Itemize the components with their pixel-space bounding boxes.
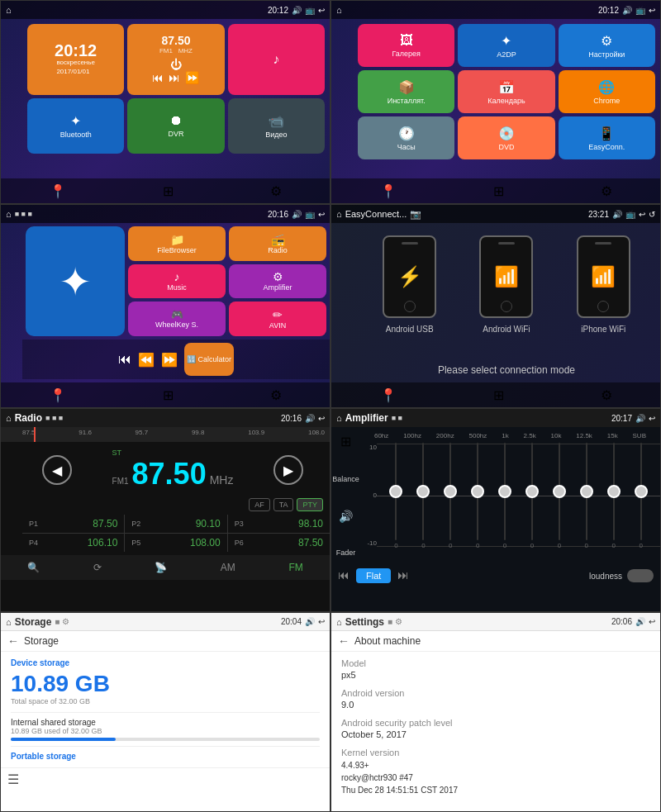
amplifier-tile-bt[interactable]: ⚙ Amplifier: [229, 264, 326, 299]
wheelkey-tile[interactable]: 🎮 WheelKey S.: [128, 302, 226, 336]
easyconnect-app[interactable]: 📱 EasyConn.: [559, 116, 655, 159]
eq-handle-12k5[interactable]: [580, 485, 593, 498]
eq-slider-60hz[interactable]: [383, 443, 409, 540]
af-badge[interactable]: AF: [249, 498, 270, 511]
ta-badge[interactable]: TA: [273, 498, 294, 511]
eq-slider-1k[interactable]: [492, 443, 518, 540]
dvd-app[interactable]: 💿 DVD: [458, 116, 554, 159]
preset-p2[interactable]: P2 90.10: [125, 515, 226, 533]
prev-btn-2[interactable]: ⏪: [138, 352, 155, 368]
nav-sliders-icon2[interactable]: ⊞: [493, 183, 504, 199]
eq-handle-15k[interactable]: [607, 485, 621, 498]
radio-fm-btn[interactable]: FM: [288, 562, 302, 573]
eq-slider-200hz[interactable]: [438, 443, 464, 540]
nav-location-icon3[interactable]: 📍: [50, 387, 66, 403]
clock-app[interactable]: 🕐 Часы: [358, 116, 454, 159]
eq-handle-500hz[interactable]: [471, 485, 484, 498]
back-icon-cell5[interactable]: ↩: [318, 414, 325, 423]
nav-location-icon4[interactable]: 📍: [380, 387, 397, 403]
media-power-btn[interactable]: ⏻: [170, 58, 182, 71]
bluetooth-tile[interactable]: ✦ Bluetooth: [27, 98, 124, 154]
dvr-tile[interactable]: ⏺ DVR: [127, 98, 224, 154]
eq-handle-60hz[interactable]: [389, 485, 402, 498]
video-tile[interactable]: 📹 Видео: [228, 98, 325, 154]
radio-am-btn[interactable]: AM: [221, 562, 235, 573]
eq-slider-10k[interactable]: [546, 443, 572, 540]
nav-sliders-icon[interactable]: ⊞: [163, 183, 174, 199]
home-icon-cell8[interactable]: ⌂: [336, 617, 342, 627]
volume-down-icon[interactable]: 🔊: [339, 510, 353, 523]
nav-settings-icon4[interactable]: ⚙: [601, 387, 612, 403]
home-icon-cell4[interactable]: ⌂: [336, 209, 342, 219]
eq-handle-100hz[interactable]: [416, 485, 430, 498]
eq-slider-12k5[interactable]: [573, 443, 599, 540]
nav-location-icon2[interactable]: 📍: [380, 183, 397, 199]
nav-settings-icon3[interactable]: ⚙: [270, 387, 282, 403]
home-icon-cell5[interactable]: ⌂: [6, 413, 12, 423]
radio-prev-btn[interactable]: ◀: [42, 455, 72, 485]
music-tile[interactable]: ♪: [228, 24, 325, 95]
radio-tile-bt[interactable]: 📻 Radio: [229, 226, 326, 261]
time-tile[interactable]: 20:12 воскресенье2017/01/01: [27, 24, 124, 95]
back-icon-cell3[interactable]: ↩: [318, 210, 325, 219]
balance-icon[interactable]: ⊞: [340, 434, 351, 449]
android-wifi-mode[interactable]: 📶 Android WiFi: [479, 235, 533, 334]
eq-handle-2k5[interactable]: [525, 485, 539, 498]
settings-app[interactable]: ⚙ Настройки: [559, 24, 655, 67]
nav-sliders-icon3[interactable]: ⊞: [163, 387, 174, 403]
gallery-app[interactable]: 🖼 Галерея: [358, 24, 454, 67]
back-btn-settings[interactable]: ←: [338, 634, 350, 648]
media-next-btn-radio[interactable]: ⏭: [169, 71, 180, 84]
radio-tile[interactable]: 87.50 FM1 MHZ ⏻ ⏮ ⏭ ⏩: [127, 24, 224, 95]
radio-refresh-btn[interactable]: ⟳: [93, 562, 102, 573]
back-icon-cell7[interactable]: ↩: [318, 617, 325, 626]
eq-prev-arrow[interactable]: ⏮: [338, 568, 350, 583]
bluetooth-big-tile[interactable]: ✦: [26, 226, 125, 336]
music-tile-bt[interactable]: ♪ Music: [128, 264, 226, 299]
internal-storage-item[interactable]: Internal shared storage 10.89 GB used of…: [11, 718, 320, 741]
eq-handle-10k[interactable]: [553, 485, 566, 498]
refresh-icon-cell4[interactable]: ↺: [649, 210, 655, 219]
back-icon-cell2[interactable]: ↩: [649, 6, 655, 15]
back-icon-cell4[interactable]: ↩: [639, 210, 645, 219]
eq-next-arrow[interactable]: ⏭: [397, 568, 409, 583]
eq-slider-500hz[interactable]: [465, 443, 491, 540]
radio-next-btn[interactable]: ▶: [273, 455, 303, 485]
home-icon-cell6[interactable]: ⌂: [336, 413, 342, 423]
eq-slider-15k[interactable]: [601, 443, 626, 540]
nav-location-icon[interactable]: 📍: [50, 183, 66, 199]
home-icon-cell2[interactable]: ⌂: [336, 5, 342, 15]
loudness-toggle[interactable]: [627, 569, 654, 582]
flat-button[interactable]: Flat: [356, 568, 391, 583]
pty-badge[interactable]: PTY: [297, 498, 323, 511]
next-btn-2[interactable]: ⏩: [161, 352, 178, 368]
home-icon-cell3[interactable]: ⌂: [6, 209, 12, 219]
media-prev-btn[interactable]: ⏮: [152, 71, 164, 84]
avin-tile[interactable]: ✏ AVIN: [229, 302, 326, 336]
radio-search-btn[interactable]: 🔍: [27, 562, 40, 573]
calendar-app[interactable]: 📅 Календарь: [458, 70, 554, 113]
chrome-app[interactable]: 🌐 Chrome: [559, 70, 655, 113]
installer-app[interactable]: 📦 Инсталлят.: [358, 70, 454, 113]
a2dp-app[interactable]: ✦ A2DP: [458, 24, 554, 67]
back-icon-cell6[interactable]: ↩: [649, 414, 655, 423]
eq-handle-sub[interactable]: [635, 485, 648, 498]
eq-slider-2k5[interactable]: [520, 443, 545, 540]
eq-handle-200hz[interactable]: [444, 485, 457, 498]
calculator-tile[interactable]: 🔢 Calculator: [184, 343, 234, 376]
iphone-wifi-mode[interactable]: 📶 iPhone WiFi: [577, 235, 630, 334]
preset-p5[interactable]: P5 108.00: [125, 534, 226, 552]
filebrowser-tile[interactable]: 📁 FileBrowser: [128, 226, 226, 261]
nav-settings-icon2[interactable]: ⚙: [601, 183, 612, 199]
media-ff-btn[interactable]: ⏩: [185, 71, 199, 84]
preset-p6[interactable]: P6 87.50: [228, 534, 330, 552]
back-btn-storage[interactable]: ←: [7, 634, 19, 648]
preset-p4[interactable]: P4 106.10: [22, 534, 124, 552]
nav-sliders-icon4[interactable]: ⊞: [493, 387, 504, 403]
prev-track-btn[interactable]: ⏮: [118, 352, 131, 367]
home-icon-cell1[interactable]: ⌂: [6, 5, 12, 15]
preset-p1[interactable]: P1 87.50: [22, 515, 124, 533]
eq-slider-100hz[interactable]: [411, 443, 436, 540]
nav-settings-icon[interactable]: ⚙: [270, 183, 282, 199]
eq-slider-sub[interactable]: [628, 443, 654, 540]
